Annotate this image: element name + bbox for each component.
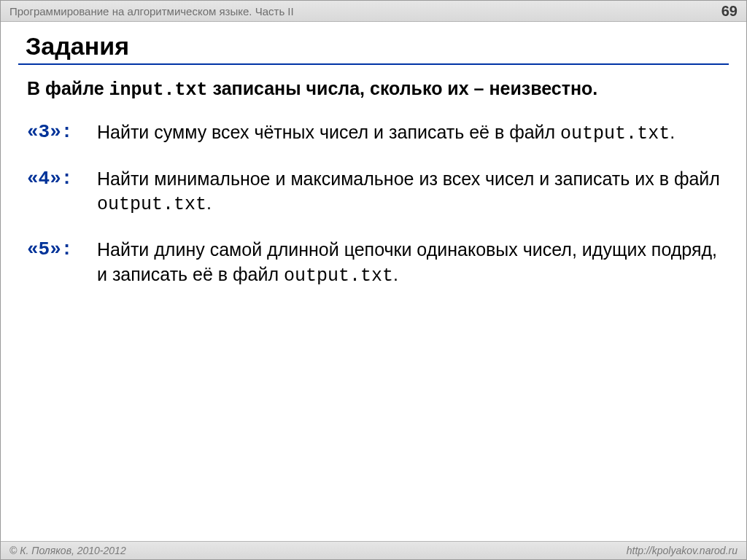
task-text-post: . [393,264,398,284]
intro-file: input.txt [109,79,208,101]
intro-post: записаны числа, сколько их – неизвестно. [208,78,598,98]
task-text-pre: Найти длину самой длинной цепочки одинак… [97,239,717,284]
header-title: Программирование на алгоритмическом язык… [9,5,294,18]
intro-text: В файле input.txt записаны числа, скольк… [27,77,726,103]
content: Задания В файле input.txt записаны числа… [1,22,746,289]
footer-copyright: © К. Поляков, 2010-2012 [9,545,126,556]
task-text-post: . [206,192,212,213]
footer-url: http://kpolyakov.narod.ru [627,545,738,556]
task-item: «4»: Найти минимальное и максимальное из… [27,166,726,218]
task-file: output.txt [97,194,206,215]
task-file: output.txt [284,265,393,287]
intro-pre: В файле [27,78,109,98]
header-bar: Программирование на алгоритмическом язык… [1,1,746,22]
task-item: «5»: Найти длину самой длинной цепочки о… [27,236,726,289]
task-item: «3»: Найти сумму всех чётных чисел и зап… [27,119,726,147]
task-file: output.txt [560,123,670,144]
task-text-pre: Найти сумму всех чётных чисел и записать… [97,122,560,142]
task-body: Найти длину самой длинной цепочки одинак… [97,238,726,289]
page-heading: Задания [26,32,726,61]
page-number: 69 [721,3,738,20]
task-label: «3»: [27,121,72,143]
task-text-post: . [670,122,675,142]
heading-rule [18,63,729,65]
task-body: Найти минимальное и максимальное из всех… [97,167,726,218]
task-text-pre: Найти минимальное и максимальное из всех… [97,168,720,189]
task-label: «4»: [27,168,72,190]
task-label: «5»: [27,238,72,260]
footer-bar: © К. Поляков, 2010-2012 http://kpolyakov… [1,541,746,559]
task-body: Найти сумму всех чётных чисел и записать… [97,120,726,147]
slide: Программирование на алгоритмическом язык… [0,0,747,560]
